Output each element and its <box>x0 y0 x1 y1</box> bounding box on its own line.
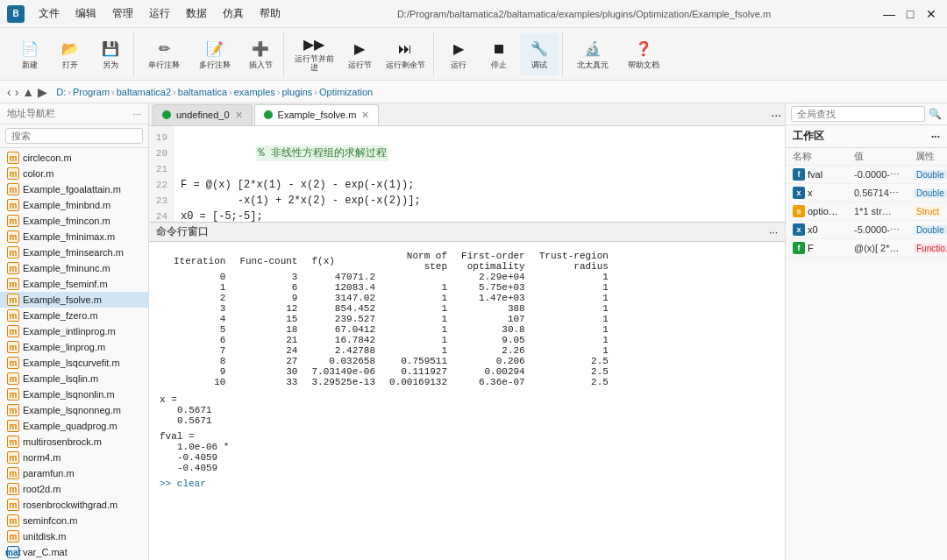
file-item-multirosenbrock[interactable]: m multirosenbrock.m <box>0 434 148 450</box>
global-search-input[interactable] <box>791 106 925 122</box>
menu-file[interactable]: 文件 <box>32 4 67 23</box>
workspace-item-fval[interactable]: f fval -0.0000-⋯ Double <box>786 166 947 184</box>
file-item-lsqnonneg[interactable]: m Example_lsqnonneg.m <box>0 402 148 418</box>
workspace-item-F[interactable]: f F @(x)[ 2*… Functio… <box>786 239 947 258</box>
code-content[interactable]: % 非线性方程组的求解过程 F = @(x) [2*x(1) - x(2) - … <box>174 126 785 223</box>
maximize-button[interactable]: □ <box>901 5 919 23</box>
open-icon: 📂 <box>60 39 81 60</box>
var-type-x0: Double <box>914 225 947 235</box>
menu-manage[interactable]: 管理 <box>105 4 140 23</box>
file-item-fzero[interactable]: m Example_fzero.m <box>0 308 148 323</box>
file-item-rosenbrockwithgrad[interactable]: m rosenbrockwithgrad.m <box>0 497 148 513</box>
nav-up[interactable]: ▲ <box>22 85 34 99</box>
bc-d[interactable]: D: <box>56 87 66 97</box>
stop-button[interactable]: ⏹ 停止 <box>480 33 518 75</box>
cmd-body[interactable]: Iteration Func-count f(x) Norm ofstep Fi… <box>149 242 785 560</box>
file-item-root2d[interactable]: m root2d.m <box>0 481 148 497</box>
workspace-item-x0[interactable]: x x0 -5.0000-⋯ Double <box>786 221 947 239</box>
bc-examples[interactable]: examples <box>234 87 275 97</box>
tab-close-fsolve[interactable]: ✕ <box>361 110 369 121</box>
workspace-item-x[interactable]: x x 0.56714⋯ Double <box>786 184 947 202</box>
bc-optimization[interactable]: Optimization <box>319 87 373 97</box>
file-item-lsqcurvefit[interactable]: m Example_lsqcurvefit.m <box>0 355 148 371</box>
new-button[interactable]: 📄 新建 <box>11 33 49 75</box>
menu-sim[interactable]: 仿真 <box>216 4 251 23</box>
file-name: Example_fgoalattain.m <box>23 184 121 195</box>
single-comment-button[interactable]: ✏ 单行注释 <box>139 33 189 75</box>
nav-forward[interactable]: › <box>15 85 19 99</box>
global-search-area: 🔍 <box>786 103 947 125</box>
bc-plugins[interactable]: plugins <box>281 87 312 97</box>
bc-baltamatica2[interactable]: baltamatica2 <box>117 87 171 97</box>
file-item-linprog[interactable]: m Example_linprog.m <box>0 339 148 355</box>
menu-edit[interactable]: 编辑 <box>68 4 103 23</box>
file-item-unitdisk[interactable]: m unitdisk.m <box>0 528 148 544</box>
cmd-more[interactable]: ··· <box>769 226 778 238</box>
file-item-fminbnd[interactable]: m Example_fminbnd.m <box>0 197 148 213</box>
menu-data[interactable]: 数据 <box>179 4 214 23</box>
tab-fsolve[interactable]: Example_fsolve.m ✕ <box>254 104 380 125</box>
file-name: Example_lsqnonlin.m <box>23 389 115 400</box>
run-advance-button[interactable]: ▶▶ 运行节并前进 <box>289 33 338 75</box>
fval-scale: 1.0e-06 * <box>177 442 774 452</box>
saveas-button[interactable]: 💾 另为 <box>91 33 130 75</box>
file-name: color.m <box>23 168 53 179</box>
insert-section-label: 插入节 <box>249 61 273 70</box>
var-name-F: F <box>808 243 851 253</box>
file-item-circlecon[interactable]: m circlecon.m <box>0 150 148 166</box>
insert-section-button[interactable]: ➕ 插入节 <box>241 33 280 75</box>
file-item-fsolve[interactable]: m Example_fsolve.m <box>0 292 148 308</box>
m-file-icon: m <box>7 309 19 322</box>
m-file-icon: m <box>7 499 19 511</box>
var-icon-x: x <box>793 187 805 199</box>
file-item-fminsearch[interactable]: m Example_fminsearch.m <box>0 245 148 260</box>
file-item-color[interactable]: m color.m <box>0 166 148 181</box>
minimize-button[interactable]: — <box>880 5 898 23</box>
file-item-fgoalattain[interactable]: m Example_fgoalattain.m <box>0 181 148 197</box>
file-item-seminfcon[interactable]: m seminfcon.m <box>0 513 148 528</box>
file-item-quadprog[interactable]: m Example_quadprog.m <box>0 418 148 434</box>
tab-more[interactable]: ··· <box>771 108 781 122</box>
menu-run[interactable]: 运行 <box>142 4 177 23</box>
workspace-item-options[interactable]: s optio… 1*1 str… Struct <box>786 202 947 221</box>
m-file-icon: m <box>7 215 19 227</box>
file-item-fmincon[interactable]: m Example_fmincon.m <box>0 213 148 229</box>
file-item-norm4[interactable]: m norm4.m <box>0 450 148 465</box>
tab-undefined[interactable]: undefined_0 ✕ <box>153 104 253 125</box>
file-item-fminimax[interactable]: m Example_fminimax.m <box>0 229 148 245</box>
breadcrumb-bar: ‹ › ▲ ▶ D: › Program › baltamatica2 › ba… <box>0 81 947 103</box>
code-editor[interactable]: 19 20 21 22 23 24 % 非线性方程组的求解过程 F = @(x)… <box>149 126 785 223</box>
sidebar-more[interactable]: ··· <box>133 109 141 119</box>
file-item-fseminf[interactable]: m Example_fseminf.m <box>0 276 148 292</box>
file-item-fminunc[interactable]: m Example_fminunc.m <box>0 260 148 276</box>
file-item-paramfun[interactable]: m paramfun.m <box>0 465 148 481</box>
var-icon-x0: x <box>793 223 805 236</box>
var-type-fval: Double <box>914 170 947 180</box>
var-val-x: 0.56714⋯ <box>854 188 911 199</box>
run-section-button[interactable]: ▶ 运行节 <box>340 33 379 75</box>
tab-label: undefined_0 <box>176 110 230 120</box>
nav-back[interactable]: ‹ <box>7 85 11 99</box>
multi-comment-button[interactable]: 📝 多行注释 <box>190 33 239 75</box>
sidebar-search-input[interactable] <box>5 128 143 144</box>
new-label: 新建 <box>22 61 38 70</box>
beitazhen-button[interactable]: 🔬 北太真元 <box>568 33 617 75</box>
bc-program[interactable]: Program <box>73 87 110 97</box>
bc-baltamatica[interactable]: baltamatica <box>178 87 227 97</box>
run-button[interactable]: ▶ 运行 <box>439 33 478 75</box>
file-item-varc[interactable]: mat var_C.mat <box>0 544 148 560</box>
file-item-lsqnonlin[interactable]: m Example_lsqnonlin.m <box>0 386 148 402</box>
close-button[interactable]: ✕ <box>922 5 940 23</box>
file-item-lsqlin[interactable]: m Example_lsqlin.m <box>0 371 148 386</box>
nav-folder[interactable]: ▶ <box>38 85 47 99</box>
debug-button[interactable]: 🔧 调试 <box>520 33 559 75</box>
app-logo: B <box>7 5 25 23</box>
menu-help[interactable]: 帮助 <box>253 4 288 23</box>
workspace-more[interactable]: ··· <box>931 131 940 143</box>
debug-label: 调试 <box>531 61 547 70</box>
help-doc-button[interactable]: ❓ 帮助文档 <box>619 33 668 75</box>
file-item-intlinprog[interactable]: m Example_intlinprog.m <box>0 323 148 339</box>
run-remain-button[interactable]: ⏭ 运行剩余节 <box>381 33 430 75</box>
tab-close-undefined[interactable]: ✕ <box>235 110 243 121</box>
open-button[interactable]: 📂 打开 <box>51 33 89 75</box>
